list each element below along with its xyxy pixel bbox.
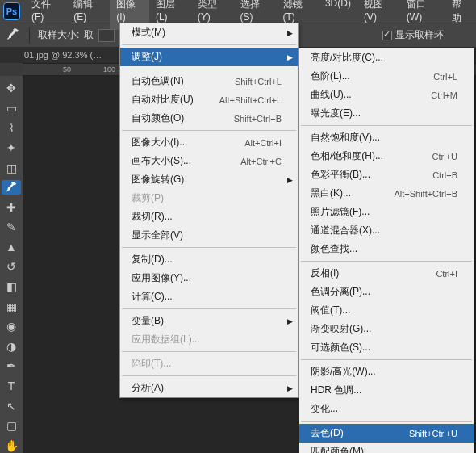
adj-brightness[interactable]: 亮度/对比度(C)... bbox=[299, 48, 474, 67]
document-tab[interactable]: 01.jpg @ 92.3% (… bbox=[24, 50, 102, 60]
magic-wand-tool[interactable]: ✦ bbox=[2, 141, 21, 156]
menu-image-rotation[interactable]: 图像旋转(G) bbox=[120, 170, 298, 189]
adj-black-white[interactable]: 黑白(K)...Alt+Shift+Ctrl+B bbox=[299, 184, 474, 203]
menu-crop: 裁剪(P) bbox=[120, 189, 298, 208]
menu-edit[interactable]: 编辑(E) bbox=[67, 0, 110, 30]
adjustments-submenu: 亮度/对比度(C)... 色阶(L)...Ctrl+L 曲线(U)...Ctrl… bbox=[299, 48, 474, 453]
adj-exposure[interactable]: 曝光度(E)... bbox=[299, 104, 474, 123]
menu-apply-data-set: 应用数据组(L)... bbox=[120, 330, 298, 349]
adj-invert[interactable]: 反相(I)Ctrl+I bbox=[299, 264, 474, 283]
menu-trap: 陷印(T)... bbox=[120, 354, 298, 373]
menu-adjustments[interactable]: 调整(J) bbox=[120, 48, 298, 66]
adj-hdr-toning[interactable]: HDR 色调... bbox=[299, 381, 474, 400]
hand-tool[interactable]: ✋ bbox=[2, 438, 21, 453]
adj-selective-color[interactable]: 可选颜色(S)... bbox=[299, 338, 474, 357]
adj-variations[interactable]: 变化... bbox=[299, 400, 474, 418]
adj-match-color[interactable]: 匹配颜色(M)... bbox=[299, 443, 474, 453]
adj-channel-mixer[interactable]: 通道混合器(X)... bbox=[299, 221, 474, 240]
text-tool[interactable]: T bbox=[2, 379, 21, 394]
adj-shadows-highlights[interactable]: 阴影/高光(W)... bbox=[299, 363, 474, 381]
adj-posterize[interactable]: 色调分离(P)... bbox=[299, 283, 474, 301]
menu-auto-tone[interactable]: 自动色调(N)Shift+Ctrl+L bbox=[120, 72, 298, 90]
menu-auto-contrast[interactable]: 自动对比度(U)Alt+Shift+Ctrl+L bbox=[120, 90, 298, 109]
gradient-tool[interactable]: ▦ bbox=[2, 299, 21, 314]
adj-desaturate[interactable]: 去色(D)Shift+Ctrl+U bbox=[299, 424, 474, 443]
brush-tool[interactable]: ✎ bbox=[2, 220, 21, 235]
adj-color-lookup[interactable]: 颜色查找... bbox=[299, 240, 474, 258]
dodge-tool[interactable]: ◑ bbox=[2, 339, 21, 354]
show-sample-ring-label: 显示取样环 bbox=[395, 28, 444, 42]
menu-mode[interactable]: 模式(M) bbox=[120, 23, 298, 42]
menu-window[interactable]: 窗口(W) bbox=[400, 0, 445, 30]
adj-gradient-map[interactable]: 渐变映射(G)... bbox=[299, 320, 474, 338]
shape-tool[interactable]: ▢ bbox=[2, 418, 21, 434]
eraser-tool[interactable]: ◧ bbox=[2, 279, 21, 295]
pen-tool[interactable]: ✒ bbox=[2, 359, 21, 374]
menu-trim[interactable]: 裁切(R)... bbox=[120, 208, 298, 226]
checkbox-icon bbox=[382, 31, 392, 40]
stamp-tool[interactable]: ▲ bbox=[2, 240, 21, 255]
blur-tool[interactable]: ◉ bbox=[2, 319, 21, 334]
separator bbox=[29, 27, 30, 44]
menu-image-size[interactable]: 图像大小(I)...Alt+Ctrl+I bbox=[120, 133, 298, 152]
sample-size-label: 取样大小: bbox=[38, 28, 79, 42]
menu-duplicate[interactable]: 复制(D)... bbox=[120, 250, 298, 269]
show-sample-ring-check[interactable]: 显示取样环 bbox=[382, 28, 476, 42]
menu-reveal-all[interactable]: 显示全部(V) bbox=[120, 226, 298, 245]
lasso-tool[interactable]: ⌇ bbox=[2, 120, 21, 136]
menu-variables[interactable]: 变量(B) bbox=[120, 312, 298, 330]
menu-auto-color[interactable]: 自动颜色(O)Shift+Ctrl+B bbox=[120, 109, 298, 128]
menu-apply-image[interactable]: 应用图像(Y)... bbox=[120, 269, 298, 287]
image-menu-dropdown: 模式(M) 调整(J) 自动色调(N)Shift+Ctrl+L 自动对比度(U)… bbox=[119, 23, 299, 398]
menu-canvas-size[interactable]: 画布大小(S)...Alt+Ctrl+C bbox=[120, 152, 298, 170]
eyedropper-tool[interactable] bbox=[2, 180, 21, 195]
menu-view[interactable]: 视图(V) bbox=[357, 0, 400, 30]
adj-color-balance[interactable]: 色彩平衡(B)...Ctrl+B bbox=[299, 166, 474, 184]
crop-tool[interactable]: ◫ bbox=[2, 160, 21, 175]
menu-file[interactable]: 文件(F) bbox=[25, 0, 67, 30]
hint-label: 取 bbox=[84, 28, 94, 42]
move-tool[interactable]: ✥ bbox=[2, 81, 21, 96]
healing-tool[interactable]: ✚ bbox=[2, 199, 21, 215]
eyedropper-icon[interactable] bbox=[6, 28, 21, 43]
marquee-tool[interactable]: ▭ bbox=[2, 101, 21, 116]
adj-levels[interactable]: 色阶(L)...Ctrl+L bbox=[299, 67, 474, 86]
history-brush-tool[interactable]: ↺ bbox=[2, 259, 21, 275]
ps-logo: Ps bbox=[3, 2, 20, 20]
menu-help[interactable]: 帮助 bbox=[445, 0, 476, 30]
adj-hue-sat[interactable]: 色相/饱和度(H)...Ctrl+U bbox=[299, 147, 474, 166]
menu-calculations[interactable]: 计算(C)... bbox=[120, 287, 298, 306]
menu-analysis[interactable]: 分析(A) bbox=[120, 379, 298, 397]
adj-threshold[interactable]: 阈值(T)... bbox=[299, 301, 474, 320]
menu-3d[interactable]: 3D(D) bbox=[319, 0, 357, 30]
tools-panel: ✥ ▭ ⌇ ✦ ◫ ✚ ✎ ▲ ↺ ◧ ▦ ◉ ◑ ✒ T ↖ ▢ ✋ bbox=[0, 76, 23, 453]
path-tool[interactable]: ↖ bbox=[2, 398, 21, 413]
adj-vibrance[interactable]: 自然饱和度(V)... bbox=[299, 128, 474, 147]
sample-mode-dropdown[interactable] bbox=[98, 29, 115, 42]
adj-curves[interactable]: 曲线(U)...Ctrl+M bbox=[299, 86, 474, 104]
adj-photo-filter[interactable]: 照片滤镜(F)... bbox=[299, 203, 474, 221]
